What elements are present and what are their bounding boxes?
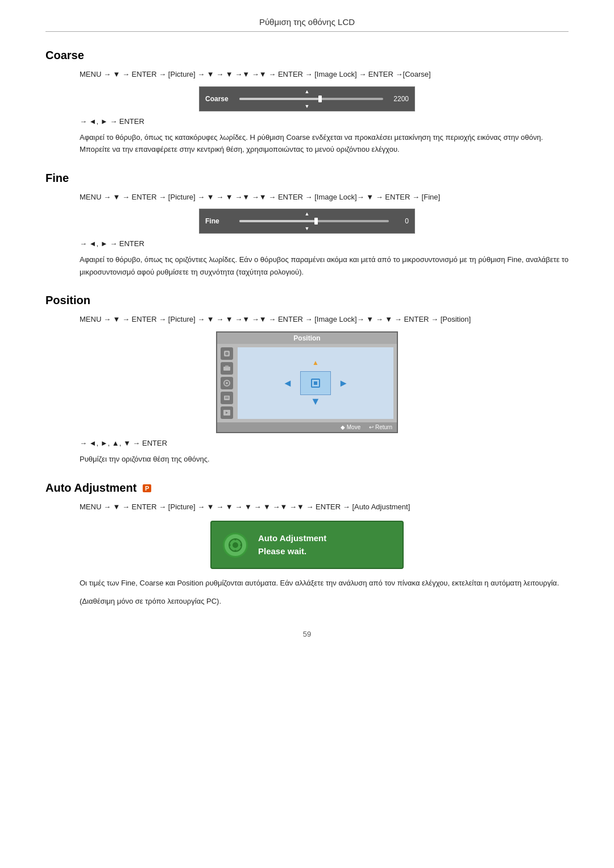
page-title: Ρύθμιση της οθόνης LCD bbox=[259, 17, 355, 27]
position-title-bar: Position bbox=[217, 333, 397, 344]
coarse-track bbox=[239, 98, 383, 100]
auto-adj-svg-icon bbox=[228, 538, 243, 553]
coarse-nav-hint: → ◄, ► → ENTER bbox=[80, 117, 569, 126]
fine-value: 0 bbox=[395, 217, 409, 225]
pos-icon-2 bbox=[221, 362, 233, 375]
auto-adj-body2: (Διαθέσιμη μόνο σε τρόπο λειτουργίας PC)… bbox=[80, 595, 569, 607]
coarse-slider-ui: ▲ Coarse 2200 ▼ bbox=[199, 86, 415, 111]
pos-icon-5 bbox=[221, 406, 233, 419]
position-move-label: ◆ Move bbox=[341, 424, 360, 430]
fine-track bbox=[239, 220, 389, 222]
section-position: Position MENU → ▼ → ENTER → [Picture] → … bbox=[45, 294, 569, 465]
fine-menu-path: MENU → ▼ → ENTER → [Picture] → ▼ → ▼ →▼ … bbox=[80, 192, 569, 203]
position-return-label: ↩ Return bbox=[369, 424, 392, 430]
svg-rect-2 bbox=[223, 367, 230, 371]
auto-adj-body1: Οι τιμές των Fine, Coarse και Position ρ… bbox=[80, 577, 569, 589]
coarse-value: 2200 bbox=[389, 95, 409, 103]
position-title: Position bbox=[45, 294, 569, 307]
auto-adj-title: Auto Adjustment P bbox=[45, 481, 569, 495]
section-coarse: Coarse MENU → ▼ → ENTER → [Picture] → ▼ … bbox=[45, 49, 569, 156]
coarse-thumb bbox=[318, 95, 322, 102]
position-main-area: ▲ ◄ ► ▼ bbox=[238, 347, 393, 419]
position-body: Ρυθμίζει την οριζόντια θέση της οθόνης. bbox=[80, 453, 569, 465]
page-footer: 59 bbox=[45, 624, 569, 638]
auto-adj-line1: Auto Adjustment bbox=[258, 532, 326, 545]
svg-point-14 bbox=[233, 542, 238, 548]
pos-right-arrow: ► bbox=[338, 377, 349, 389]
coarse-arrow-up: ▲ bbox=[305, 89, 310, 94]
fine-slider-ui: ▲ Fine 0 ▼ bbox=[199, 209, 415, 234]
fine-body: Αφαιρεί το θόρυβο, όπως τις οριζόντιες λ… bbox=[80, 254, 569, 278]
auto-adj-text-block: Auto Adjustment Please wait. bbox=[258, 532, 326, 558]
svg-rect-18 bbox=[240, 544, 242, 546]
coarse-menu-path: MENU → ▼ → ENTER → [Picture] → ▼ → ▼ →▼ … bbox=[80, 69, 569, 81]
auto-adj-title-text: Auto Adjustment bbox=[45, 481, 136, 494]
pos-icon-3 bbox=[221, 377, 233, 389]
fine-title: Fine bbox=[45, 172, 569, 185]
pos-center-icon bbox=[310, 377, 321, 389]
fine-slider-label: Fine bbox=[205, 217, 234, 225]
position-nav-hint: → ◄, ►, ▲, ▼ → ENTER bbox=[80, 439, 569, 447]
pos-left-arrow: ◄ bbox=[283, 377, 293, 389]
svg-rect-15 bbox=[235, 538, 237, 540]
auto-adj-ui: Auto Adjustment Please wait. bbox=[210, 521, 404, 569]
page-header: Ρύθμιση της οθόνης LCD bbox=[45, 17, 569, 32]
pos-center-box bbox=[300, 371, 331, 395]
svg-rect-3 bbox=[225, 366, 229, 367]
coarse-body: Αφαιρεί το θόρυβο, όπως τις κατακόρυφες … bbox=[80, 131, 569, 156]
auto-adj-icon bbox=[223, 533, 248, 558]
svg-point-5 bbox=[226, 382, 228, 384]
position-ui: Position bbox=[216, 331, 398, 433]
position-ui-title: Position bbox=[293, 334, 320, 342]
page-container: Ρύθμιση της οθόνης LCD Coarse MENU → ▼ →… bbox=[0, 0, 614, 868]
pos-up-arrow: ▲ bbox=[312, 359, 319, 367]
page-number: 59 bbox=[303, 630, 311, 638]
pos-icon-1 bbox=[221, 347, 233, 360]
fine-arrow-up: ▲ bbox=[305, 211, 310, 217]
pos-down-arrow: ▼ bbox=[310, 396, 321, 408]
position-sidebar bbox=[221, 347, 233, 419]
coarse-title: Coarse bbox=[45, 49, 569, 62]
pos-icon-4 bbox=[221, 392, 233, 404]
auto-adj-menu-path: MENU → ▼ → ENTER → [Picture] → ▼ → ▼ → ▼… bbox=[80, 501, 569, 513]
svg-rect-16 bbox=[235, 550, 237, 551]
fine-thumb bbox=[314, 218, 318, 225]
position-content: ▲ ◄ ► ▼ bbox=[217, 344, 397, 422]
svg-rect-8 bbox=[225, 398, 229, 398]
coarse-slider-label: Coarse bbox=[205, 95, 234, 103]
fine-nav-hint: → ◄, ► → ENTER bbox=[80, 239, 569, 248]
svg-rect-12 bbox=[314, 381, 317, 385]
svg-rect-7 bbox=[225, 397, 229, 397]
coarse-fill bbox=[239, 98, 318, 100]
svg-rect-17 bbox=[229, 544, 231, 546]
auto-adj-badge: P bbox=[143, 484, 151, 492]
position-menu-path: MENU → ▼ → ENTER → [Picture] → ▼ → ▼ →▼ … bbox=[80, 314, 569, 326]
section-fine: Fine MENU → ▼ → ENTER → [Picture] → ▼ → … bbox=[45, 172, 569, 279]
fine-arrow-down: ▼ bbox=[305, 226, 310, 231]
coarse-arrow-down: ▼ bbox=[305, 103, 310, 109]
position-center: ▲ ◄ ► ▼ bbox=[281, 358, 350, 409]
position-bottom-bar: ◆ Move ↩ Return bbox=[217, 422, 397, 432]
fine-fill bbox=[239, 220, 314, 222]
auto-adj-line2: Please wait. bbox=[258, 545, 326, 558]
section-auto-adjustment: Auto Adjustment P MENU → ▼ → ENTER → [Pi… bbox=[45, 481, 569, 608]
svg-point-1 bbox=[225, 352, 229, 355]
